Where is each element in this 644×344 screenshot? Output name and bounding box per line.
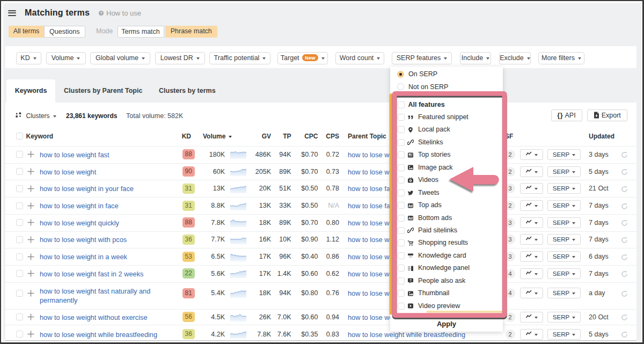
svg-text:Ad: Ad [408,216,413,220]
svg-text:Ad: Ad [408,203,413,207]
svg-text:?: ? [409,279,412,282]
